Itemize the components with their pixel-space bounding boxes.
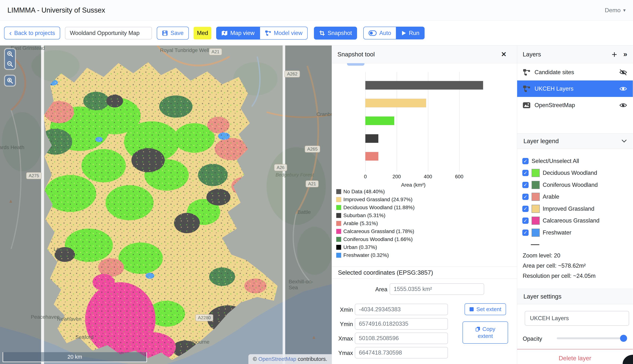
layers-panel: Layers + » Candidate sites UKCEH Layers … (517, 46, 633, 364)
checkbox-checked[interactable]: ✓ (522, 158, 529, 164)
snapshot-panel-content: 0200400600 Area (km²) No Data (48.40%)Im… (332, 63, 517, 364)
checkbox-checked[interactable]: ✓ (522, 170, 529, 176)
legend-item-label: Coniferous Woodland (543, 182, 598, 188)
back-to-projects-button[interactable]: ‹ Back to projects (4, 27, 60, 40)
zoom-in-icon (7, 51, 13, 57)
model-view-button[interactable]: Model view (260, 27, 308, 40)
legend-swatch (336, 189, 341, 194)
sitemap-icon (523, 85, 530, 92)
chart-tick-label: 200 (392, 174, 401, 180)
coord-field[interactable]: 50108.2508596 (355, 332, 448, 344)
zoom-location-icon (7, 78, 13, 84)
checkbox-checked[interactable]: ✓ (522, 218, 529, 224)
sitemap-icon (265, 30, 271, 36)
toolbar: ‹ Back to projects Save Med Map view (0, 21, 633, 46)
scrolled-tab-fragment (347, 63, 364, 66)
danger-divider (517, 349, 633, 350)
checkbox-checked[interactable]: ✓ (522, 206, 529, 212)
cell-info-line: Zoom level: 20 (523, 252, 560, 259)
save-icon (162, 30, 168, 36)
chart-x-axis-label: Area (km²) (367, 182, 460, 188)
auto-toggle-button[interactable]: Auto (363, 27, 396, 40)
auto-run-group: Auto Run (363, 27, 425, 40)
layer-legend-header[interactable]: Layer legend (517, 133, 633, 149)
zoom-in-button[interactable] (5, 49, 15, 59)
scale-bar: 20 km (3, 352, 147, 362)
close-icon[interactable]: ✕ (501, 50, 507, 58)
zoom-out-button[interactable] (5, 59, 15, 69)
legend-label: Arable (5.31%) (343, 220, 378, 226)
openstreetmap-link[interactable]: OpenStreetMap (258, 356, 296, 362)
chart-legend-item: Freshwater (0.32%) (336, 252, 389, 258)
layer-row[interactable]: Candidate sites (517, 64, 633, 80)
legend-label: Improved Grassland (24.97%) (343, 196, 413, 202)
layer-row[interactable]: OpenStreetMap (517, 97, 633, 114)
legend-checkbox-row[interactable]: ✓Coniferous Woodland (522, 180, 598, 190)
legend-item-label: Deciduous Woodland (543, 170, 597, 176)
chart-bar (365, 134, 378, 143)
cell-info-line: Area per cell: ~578.62m² (523, 262, 586, 269)
map-icon (221, 30, 228, 36)
zoom-extent-group (4, 75, 16, 86)
legend-color-swatch (531, 181, 540, 189)
eye-icon[interactable] (619, 86, 627, 92)
layer-name: OpenStreetMap (534, 102, 619, 108)
layer-name-input[interactable] (525, 311, 629, 326)
run-button[interactable]: Run (396, 27, 425, 40)
coord-field-label: Xmax (334, 335, 353, 342)
map-graphic (0, 46, 332, 364)
coord-field[interactable]: -4034.29345383 (355, 304, 448, 315)
coord-field[interactable]: 6647418.730598 (355, 347, 448, 358)
legend-item-label: Improved Grassland (543, 206, 594, 212)
copy-extent-button[interactable]: Copy extent (462, 322, 508, 344)
eye-slash-icon[interactable] (619, 69, 627, 75)
layer-row[interactable]: UKCEH Layers (517, 80, 633, 97)
opacity-slider-thumb[interactable] (620, 335, 627, 342)
eye-icon[interactable] (619, 102, 627, 108)
legend-checkbox-row[interactable]: ✓Deciduous Woodland (522, 168, 597, 178)
select-all-checkbox-row[interactable]: ✓ Select/Unselect All (522, 156, 579, 166)
snapshot-panel-title: Snapshot tool (337, 51, 375, 58)
map-canvas[interactable]: East GrinsteadRoyal Tunbridge WellsA21A2… (0, 46, 332, 364)
save-button[interactable]: Save (157, 27, 189, 40)
chevron-down-icon: ▾ (623, 8, 625, 13)
page-title: LIMMMA - University of Sussex (8, 6, 105, 14)
collapse-panel-button[interactable]: » (623, 50, 627, 58)
zoom-to-extent-button[interactable] (5, 76, 15, 86)
area-field[interactable]: 1555.0355 km² (390, 283, 484, 295)
opacity-slider[interactable] (557, 337, 626, 339)
map-attribution: © OpenStreetMap contributors. (248, 354, 332, 364)
opacity-label: Opacity (523, 336, 542, 342)
map-view-button[interactable]: Map view (216, 27, 260, 40)
legend-swatch (336, 229, 341, 234)
user-menu-dropdown[interactable]: Demo ▾ (605, 7, 625, 14)
chart-legend-item: Suburban (5.31%) (336, 212, 385, 218)
legend-color-swatch (531, 228, 540, 237)
snapshot-button[interactable]: Snapshot (314, 27, 357, 40)
chart-tick-label: 400 (424, 174, 432, 180)
chart-legend-item: Arable (5.31%) (336, 220, 378, 226)
legend-checkbox-row[interactable]: ✓Freshwater (522, 227, 571, 238)
legend-checkbox-row[interactable]: ✓Improved Grassland (522, 204, 594, 214)
legend-item-label: Arable (543, 194, 559, 200)
zoom-out-icon (7, 61, 13, 67)
extent-right-border (283, 46, 285, 364)
delete-layer-button[interactable]: Delete layer (517, 355, 633, 362)
chart-tick-label: 0 (364, 174, 367, 180)
legend-checkbox-row[interactable]: ✓Arable (522, 192, 559, 202)
project-name-input[interactable] (65, 27, 152, 40)
coord-field-label: Xmin (334, 306, 353, 313)
checkbox-checked[interactable]: ✓ (522, 194, 529, 200)
coord-field[interactable]: 6574916.01820335 (355, 318, 448, 330)
extent-left-border (41, 46, 44, 364)
legend-label: Deciduous Woodland (11.88%) (343, 204, 415, 210)
zoom-group (4, 48, 16, 70)
crop-icon (319, 30, 325, 36)
legend-label: Coniferous Woodland (1.66%) (343, 236, 413, 242)
checkbox-checked[interactable]: ✓ (522, 230, 529, 236)
copy-icon (475, 326, 480, 332)
checkbox-checked[interactable]: ✓ (522, 182, 529, 188)
legend-checkbox-row[interactable]: ✓Calcareous Grassland (522, 215, 599, 226)
legend-color-swatch (531, 216, 540, 225)
set-extent-button[interactable]: Set extent (465, 303, 506, 315)
